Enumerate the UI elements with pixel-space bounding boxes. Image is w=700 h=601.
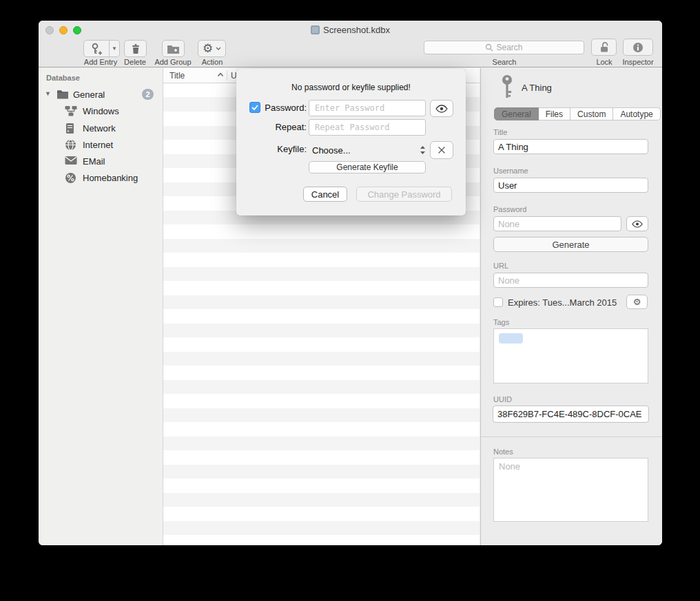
add-entry-dropdown-button[interactable]: ▼ xyxy=(110,40,120,57)
info-icon xyxy=(632,42,644,53)
titlebar[interactable]: Screenshot.kdbx xyxy=(39,21,662,39)
keyfile-value: Choose... xyxy=(312,145,420,156)
sidebar-item-email[interactable]: EMail xyxy=(39,154,163,170)
tag-token[interactable] xyxy=(499,333,523,344)
tab-general[interactable]: General xyxy=(494,107,539,120)
screen: Screenshot.kdbx ▼ Add Entry xyxy=(0,0,700,601)
search-label: Search xyxy=(488,58,521,66)
uuid-field[interactable] xyxy=(493,405,649,423)
column-divider[interactable] xyxy=(227,70,227,81)
add-entry-label: Add Entry xyxy=(81,58,121,66)
repeat-row: Repeat: xyxy=(236,119,466,136)
lock-open-icon xyxy=(599,41,610,53)
keyfile-label: Keyfile: xyxy=(238,144,307,154)
sidebar-item-label: EMail xyxy=(83,156,105,167)
expires-settings-button[interactable]: ⚙ xyxy=(626,295,648,309)
notes-label: Notes xyxy=(493,447,513,456)
folder-icon xyxy=(56,89,69,99)
toolbar: ▼ Add Entry Delete Add Group xyxy=(39,39,662,67)
username-field[interactable] xyxy=(493,178,648,193)
sidebar-item-label: General xyxy=(73,89,105,100)
password-label: Password: xyxy=(238,103,307,113)
internet-group-icon xyxy=(65,139,76,151)
homebanking-group-icon xyxy=(65,172,76,184)
tab-files[interactable]: Files xyxy=(539,107,570,120)
tags-field[interactable] xyxy=(493,328,648,383)
expires-checkbox[interactable] xyxy=(493,297,503,307)
url-field-label: URL xyxy=(493,262,508,270)
add-entry-button[interactable] xyxy=(83,40,110,57)
sidebar-section-header: Database xyxy=(46,74,80,82)
lock-button[interactable] xyxy=(591,39,617,56)
uuid-label: UUID xyxy=(493,395,512,403)
clear-keyfile-button[interactable] xyxy=(430,141,453,159)
windows-group-icon xyxy=(65,105,77,117)
gear-icon: ⚙ xyxy=(203,43,213,54)
add-group-label: Add Group xyxy=(150,58,196,66)
folder-plus-icon xyxy=(167,43,180,54)
sidebar-item-homebanking[interactable]: Homebanking xyxy=(39,170,163,187)
gear-icon: ⚙ xyxy=(633,297,641,306)
sort-ascending-icon xyxy=(217,72,224,77)
generate-password-button[interactable]: Generate xyxy=(493,237,648,252)
sidebar-item-internet[interactable]: Internet xyxy=(39,137,163,154)
sidebar-item-network[interactable]: Network xyxy=(39,120,163,137)
disclosure-triangle-icon[interactable]: ▼ xyxy=(45,90,51,97)
sidebar-item-label: Homebanking xyxy=(83,173,138,183)
window-title-text: Screenshot.kdbx xyxy=(323,25,390,35)
keyfile-row: Keyfile: Choose... xyxy=(236,141,466,159)
tags-label: Tags xyxy=(493,318,509,326)
tab-autotype[interactable]: Autotype xyxy=(613,107,660,120)
action-button[interactable]: ⚙ xyxy=(198,40,226,57)
url-field[interactable] xyxy=(493,273,648,288)
dialog-warning-message: No password or keyfile supplied! xyxy=(236,83,466,92)
change-password-button[interactable]: Change Password xyxy=(356,187,452,202)
sidebar-item-label: Internet xyxy=(83,140,113,150)
inspector-tabs: General Files Custom Autotype xyxy=(494,107,661,120)
tab-custom[interactable]: Custom xyxy=(570,107,613,120)
inspector-button[interactable] xyxy=(623,39,653,56)
repeat-input[interactable] xyxy=(309,119,426,136)
search-icon xyxy=(485,43,493,52)
reveal-password-button[interactable] xyxy=(430,100,453,117)
entry-title: A Thing xyxy=(522,83,552,93)
reveal-password-button[interactable] xyxy=(626,216,648,231)
sidebar-item-general[interactable]: ▼ General 2 xyxy=(39,87,163,103)
password-input[interactable] xyxy=(309,100,426,116)
document-icon xyxy=(311,25,320,34)
title-field-label: Title xyxy=(493,128,507,136)
password-row: Password: xyxy=(236,100,466,116)
username-field-label: Username xyxy=(493,167,528,175)
cancel-button[interactable]: Cancel xyxy=(303,187,347,202)
sidebar-item-windows[interactable]: Windows xyxy=(39,103,163,120)
column-header-title[interactable]: Title xyxy=(169,71,185,81)
eye-icon xyxy=(631,220,644,228)
add-group-button[interactable] xyxy=(162,40,185,57)
stepper-icon xyxy=(420,145,426,155)
key-icon xyxy=(501,74,515,99)
sidebar-item-label: Network xyxy=(83,123,116,134)
lock-label: Lock xyxy=(593,58,615,66)
sidebar-item-label: Windows xyxy=(83,106,119,116)
title-field[interactable] xyxy=(493,139,648,154)
eye-icon xyxy=(435,105,449,113)
section-divider xyxy=(481,436,662,437)
close-icon xyxy=(438,146,446,154)
chevron-down-icon xyxy=(216,47,221,50)
sidebar: Database ▼ General 2 xyxy=(39,68,163,545)
inspector-label: Inspector xyxy=(618,58,658,66)
delete-button[interactable] xyxy=(124,40,147,57)
count-badge: 2 xyxy=(142,89,154,100)
generate-keyfile-button[interactable]: Generate Keyfile xyxy=(309,161,426,173)
inspector-panel: A Thing General Files Custom Autotype Ti… xyxy=(480,68,662,545)
search-placeholder: Search xyxy=(496,43,522,52)
repeat-label: Repeat: xyxy=(238,122,307,132)
expires-label: Expires: Tues...March 2015 xyxy=(508,297,617,308)
password-field[interactable] xyxy=(493,216,621,231)
search-input[interactable]: Search xyxy=(424,41,584,54)
keyfile-popup[interactable]: Choose... xyxy=(309,143,426,158)
password-field-label: Password xyxy=(493,205,526,213)
trash-icon xyxy=(130,43,141,55)
notes-field[interactable] xyxy=(493,458,648,522)
delete-label: Delete xyxy=(119,58,151,66)
